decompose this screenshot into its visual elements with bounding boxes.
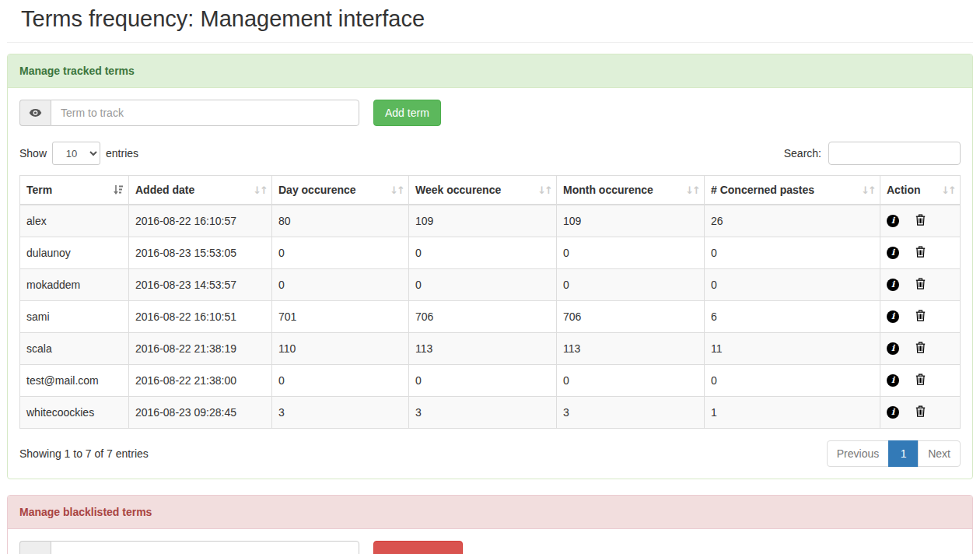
term-cell: mokaddem: [20, 268, 129, 300]
add-term-button[interactable]: Add term: [373, 100, 441, 126]
info-icon[interactable]: i: [887, 247, 899, 259]
month-occurence-cell: 0: [557, 268, 705, 300]
trash-icon[interactable]: [915, 246, 926, 260]
sort-both-icon: ↓↑: [941, 184, 955, 196]
entries-select[interactable]: 10: [52, 142, 100, 165]
action-cell: i: [880, 364, 961, 396]
week-occurence-cell: 706: [409, 300, 557, 332]
term-cell: whitecoockies: [20, 396, 129, 428]
trash-icon[interactable]: [915, 373, 926, 387]
month-occurence-cell: 0: [557, 237, 705, 268]
concerned-pastes-cell: 1: [705, 396, 880, 428]
week-occurence-cell: 109: [409, 205, 557, 237]
blacklist-input-group: [19, 541, 359, 554]
month-occurence-cell: 109: [557, 205, 705, 237]
column-label: Day occurence: [278, 184, 356, 196]
added-date-cell: 2016-08-23 09:28:45: [129, 396, 272, 428]
concerned-pastes-cell: 6: [705, 300, 880, 332]
pagination-page-1[interactable]: 1: [888, 440, 919, 467]
concerned-pastes-cell: 11: [705, 332, 880, 364]
pagination-previous[interactable]: Previous: [827, 440, 889, 467]
blacklisted-terms-panel-heading: Manage blacklisted terms: [8, 496, 972, 529]
column-label: Month occurence: [563, 184, 653, 196]
info-icon[interactable]: i: [887, 279, 899, 291]
column-header-term[interactable]: Term: [20, 176, 129, 205]
info-icon[interactable]: i: [887, 310, 899, 323]
blacklisted-terms-panel: Manage blacklisted terms: [7, 495, 973, 554]
table-controls: Show 10 entries Search:: [19, 142, 961, 165]
search-label: Search:: [784, 147, 821, 160]
pagination-next[interactable]: Next: [918, 440, 961, 467]
tracked-terms-panel-heading: Manage tracked terms: [8, 54, 972, 88]
term-cell: scala: [20, 332, 129, 364]
terms-table-body: alex 2016-08-22 16:10:57 80 109 109 26 i…: [20, 205, 961, 428]
day-occurence-cell: 0: [272, 268, 409, 300]
info-icon[interactable]: i: [887, 342, 899, 355]
terms-table: Term Added date: [19, 175, 961, 429]
table-row: test@mail.com 2016-08-22 21:38:00 0 0 0 …: [20, 364, 961, 396]
column-header-month-occurence[interactable]: Month occurence ↓↑: [557, 176, 705, 205]
info-icon[interactable]: i: [887, 215, 899, 227]
blacklist-term-input[interactable]: [51, 541, 359, 554]
sort-both-icon: ↓↑: [390, 184, 404, 196]
blacklisted-terms-panel-body: [8, 529, 972, 554]
pagination: Previous 1 Next: [827, 440, 961, 467]
blacklist-term-row: [19, 541, 961, 554]
concerned-pastes-cell: 26: [705, 205, 880, 237]
column-header-concerned-pastes[interactable]: # Concerned pastes ↓↑: [705, 176, 880, 205]
add-term-row: Add term: [19, 100, 961, 126]
blacklist-term-button[interactable]: [373, 541, 463, 554]
action-cell: i: [880, 300, 961, 332]
table-row: mokaddem 2016-08-23 14:53:57 0 0 0 0 i: [20, 268, 961, 300]
search-input[interactable]: [828, 142, 961, 165]
sort-both-icon: ↓↑: [861, 184, 875, 196]
month-occurence-cell: 0: [557, 364, 705, 396]
table-row: dulaunoy 2016-08-23 15:53:05 0 0 0 0 i: [20, 237, 961, 268]
column-header-action[interactable]: Action ↓↑: [880, 176, 961, 205]
term-cell: sami: [20, 300, 129, 332]
page: Terms frequency: Management interface Ma…: [0, 0, 980, 554]
week-occurence-cell: 113: [409, 332, 557, 364]
day-occurence-cell: 701: [272, 300, 409, 332]
info-icon[interactable]: i: [887, 374, 899, 387]
added-date-cell: 2016-08-22 21:38:00: [129, 364, 272, 396]
trash-icon[interactable]: [915, 342, 926, 356]
column-header-day-occurence[interactable]: Day occurence ↓↑: [272, 176, 409, 205]
added-date-cell: 2016-08-22 16:10:51: [129, 300, 272, 332]
day-occurence-cell: 0: [272, 364, 409, 396]
trash-icon[interactable]: [915, 214, 926, 228]
term-input-group: [19, 100, 359, 126]
page-header: Terms frequency: Management interface: [7, 0, 973, 43]
show-entries-control: Show 10 entries: [19, 142, 138, 165]
blacklist-addon: [19, 541, 51, 554]
day-occurence-cell: 3: [272, 396, 409, 428]
action-cell: i: [880, 396, 961, 428]
trash-icon[interactable]: [915, 405, 926, 419]
tracked-terms-panel: Manage tracked terms Add term: [7, 54, 973, 479]
table-row: scala 2016-08-22 21:38:19 110 113 113 11…: [20, 332, 961, 364]
term-cell: test@mail.com: [20, 364, 129, 396]
month-occurence-cell: 113: [557, 332, 705, 364]
column-header-week-occurence[interactable]: Week occurence ↓↑: [409, 176, 557, 205]
show-label: Show: [19, 147, 47, 160]
week-occurence-cell: 0: [409, 237, 557, 268]
action-cell: i: [880, 237, 961, 268]
tracked-terms-panel-body: Add term Show 10 entries Search:: [8, 88, 972, 479]
table-row: alex 2016-08-22 16:10:57 80 109 109 26 i: [20, 205, 961, 237]
tracked-terms-panel-title: Manage tracked terms: [19, 65, 135, 77]
sort-both-icon: ↓↑: [537, 184, 551, 196]
info-icon[interactable]: i: [887, 406, 899, 419]
added-date-cell: 2016-08-23 14:53:57: [129, 268, 272, 300]
sort-both-icon: ↓↑: [253, 184, 267, 196]
sort-ascending-icon: [112, 184, 124, 198]
column-label: Added date: [135, 184, 194, 196]
column-header-added-date[interactable]: Added date ↓↑: [129, 176, 272, 205]
concerned-pastes-cell: 0: [705, 237, 880, 268]
day-occurence-cell: 80: [272, 205, 409, 237]
trash-icon[interactable]: [915, 310, 926, 324]
term-to-track-input[interactable]: [51, 100, 359, 126]
term-cell: dulaunoy: [20, 237, 129, 268]
entries-label: entries: [106, 147, 138, 160]
table-row: whitecoockies 2016-08-23 09:28:45 3 3 3 …: [20, 396, 961, 428]
trash-icon[interactable]: [915, 278, 926, 292]
